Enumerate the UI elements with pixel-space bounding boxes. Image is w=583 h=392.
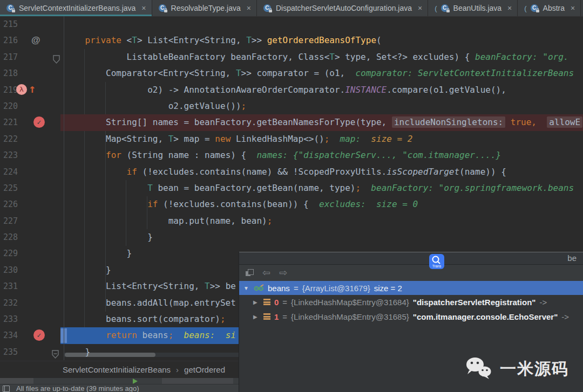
collection-entry-icon xyxy=(263,299,270,306)
ide-window: CServletContextInitializerBeans.java×CRe… xyxy=(0,0,583,392)
editor-gutter[interactable]: 232 xyxy=(0,295,64,311)
code-line: 226 if (!excludes.contains(bean)) { excl… xyxy=(0,196,583,212)
line-number: 232 xyxy=(3,295,18,311)
variable-entry-row[interactable]: ▶0 = {LinkedHashMap$Entry@31684} "dispat… xyxy=(239,295,583,310)
editor-gutter[interactable]: 221✓ xyxy=(0,114,64,130)
translate-floating-button[interactable]: Trans xyxy=(429,254,444,269)
line-number: 224 xyxy=(3,164,18,180)
inline-debug-hint: map: xyxy=(329,134,365,144)
editor-gutter[interactable]: 217 xyxy=(0,49,64,65)
editor-gutter[interactable]: 230 xyxy=(0,262,64,278)
line-number: 231 xyxy=(3,278,18,294)
annotation-gutter-icon: @ xyxy=(31,32,40,49)
lambda-breakpoint-icon[interactable]: λ xyxy=(16,84,27,95)
editor-gutter[interactable]: 228 xyxy=(0,229,64,245)
inline-debug-hint: size = 2 xyxy=(366,134,413,144)
editor-gutter[interactable]: 220 xyxy=(0,98,64,114)
code-line: 221✓ String[] names = beanFactory.getBea… xyxy=(0,114,583,130)
variable-entry-row[interactable]: ▶1 = {LinkedHashMap$Entry@31685} "com.it… xyxy=(239,310,583,324)
tab-close-icon[interactable]: × xyxy=(418,4,422,12)
editor-gutter[interactable]: 227 xyxy=(0,213,64,229)
code-text: o2.getValue()); xyxy=(64,98,583,114)
line-number: 217 xyxy=(3,49,18,65)
tab-close-icon[interactable]: × xyxy=(247,4,251,12)
line-number: 219 xyxy=(3,82,18,98)
code-line: 220 o2.getValue()); xyxy=(0,98,583,114)
popup-title-bar[interactable]: be xyxy=(239,252,583,265)
line-number: 225 xyxy=(3,180,18,196)
editor-tab-bar: CServletContextInitializerBeans.java×CRe… xyxy=(0,0,583,17)
editor-gutter[interactable]: 233 xyxy=(0,311,64,327)
expander-triangle-icon[interactable]: ▶ xyxy=(253,314,260,320)
breadcrumb-separator: › xyxy=(176,365,179,374)
editor-tab[interactable]: CServletContextInitializerBeans.java× xyxy=(0,0,152,16)
watermark-text: 一米源码 xyxy=(500,358,569,380)
variable-size: size = 2 xyxy=(374,284,402,293)
tab-label: Abstra xyxy=(543,4,565,12)
lock-icon xyxy=(12,10,15,12)
wechat-icon xyxy=(464,356,493,381)
toolwindow-icon[interactable] xyxy=(3,386,10,392)
editor-tab[interactable]: CResolvableType.java× xyxy=(152,0,257,16)
variable-row-beans[interactable]: ▼beans = {ArrayList@31679} size = 2 xyxy=(239,281,583,295)
editor-gutter[interactable]: 224 xyxy=(0,164,64,180)
code-text: private <T> List<Entry<String, T>> getOr… xyxy=(64,32,583,49)
variable-name: beans xyxy=(268,284,290,293)
inline-debug-hint: beanFactory: "org. xyxy=(475,52,568,62)
line-number: 216 xyxy=(3,32,18,49)
code-text: Map<String, T> map = new LinkedHashMap<>… xyxy=(64,131,583,147)
editor-tab[interactable]: CDispatcherServletAutoConfiguration.java… xyxy=(257,0,428,16)
code-line: 215 xyxy=(0,16,583,32)
editor-gutter[interactable]: 226 xyxy=(0,196,64,212)
expander-triangle-icon[interactable]: ▶ xyxy=(253,299,260,305)
arrow-text: -> xyxy=(539,298,547,307)
breadcrumb-item[interactable]: getOrdered xyxy=(184,365,225,374)
editor-gutter[interactable]: 223 xyxy=(0,147,64,163)
entry-key-string: "dispatcherServletRegistration" xyxy=(413,298,536,307)
entry-reference: {LinkedHashMap$Entry@31685} xyxy=(291,312,409,321)
editor-gutter[interactable]: 218 xyxy=(0,65,64,81)
navigate-up-arrow-icon[interactable]: ↑ xyxy=(29,81,36,97)
editor-gutter[interactable]: 219λ↑ xyxy=(0,82,64,98)
java-class-icon: C xyxy=(6,4,15,12)
line-number: 230 xyxy=(3,262,18,278)
forward-arrow-icon[interactable]: ⇨ xyxy=(279,268,287,278)
breakpoint-icon[interactable]: ✓ xyxy=(33,116,45,128)
breadcrumb-item[interactable]: ServletContextInitializerBeans xyxy=(63,365,171,374)
paren-decoration: ( xyxy=(435,4,437,12)
entry-index: 0 xyxy=(274,298,279,307)
editor-gutter[interactable]: 231 xyxy=(0,278,64,294)
code-line: 217 ListableBeanFactory beanFactory, Cla… xyxy=(0,49,583,65)
magnifier-icon: Trans xyxy=(429,254,444,269)
tab-close-icon[interactable]: × xyxy=(141,4,146,12)
editor-tab[interactable]: (CAbstra× xyxy=(518,0,581,16)
editor-gutter[interactable]: 222 xyxy=(0,131,64,147)
line-number: 234 xyxy=(3,327,18,343)
svg-text:Trans: Trans xyxy=(432,264,442,268)
java-class-icon: C xyxy=(531,4,539,12)
editor-gutter[interactable]: 215 xyxy=(0,16,64,32)
editor-tab[interactable]: (CBeanUtils.java× xyxy=(428,0,518,16)
tab-close-icon[interactable]: × xyxy=(571,4,575,12)
tab-close-icon[interactable]: × xyxy=(507,4,512,12)
code-text: String[] names = beanFactory.getBeanName… xyxy=(64,114,583,130)
editor-gutter[interactable]: 225 xyxy=(0,180,64,196)
editor-gutter[interactable]: 229 xyxy=(0,245,64,262)
expander-triangle-icon[interactable]: ▼ xyxy=(243,285,250,291)
code-line: 224 if (!excludes.contains(name) && !Sco… xyxy=(0,164,583,180)
back-arrow-icon[interactable]: ⇦ xyxy=(262,268,270,278)
editor-gutter[interactable]: 235 xyxy=(0,344,64,360)
line-number: 222 xyxy=(3,131,18,147)
inline-debug-hint: beans: si xyxy=(173,330,236,340)
breakpoint-icon[interactable]: ✓ xyxy=(33,329,45,341)
variable-reference: {ArrayList@31679} xyxy=(302,284,370,293)
editor-gutter[interactable]: 234✓ xyxy=(0,327,64,343)
line-number: 215 xyxy=(3,16,18,32)
code-text: for (String name : names) { names: {"dis… xyxy=(64,147,583,163)
copy-frame-icon[interactable] xyxy=(246,269,254,277)
line-number: 229 xyxy=(3,245,18,262)
lock-icon xyxy=(536,10,539,12)
fold-end-marker-icon[interactable] xyxy=(52,348,59,361)
code-text: T bean = beanFactory.getBean(name, type)… xyxy=(64,180,583,196)
editor-gutter[interactable]: 216@ xyxy=(0,32,64,49)
